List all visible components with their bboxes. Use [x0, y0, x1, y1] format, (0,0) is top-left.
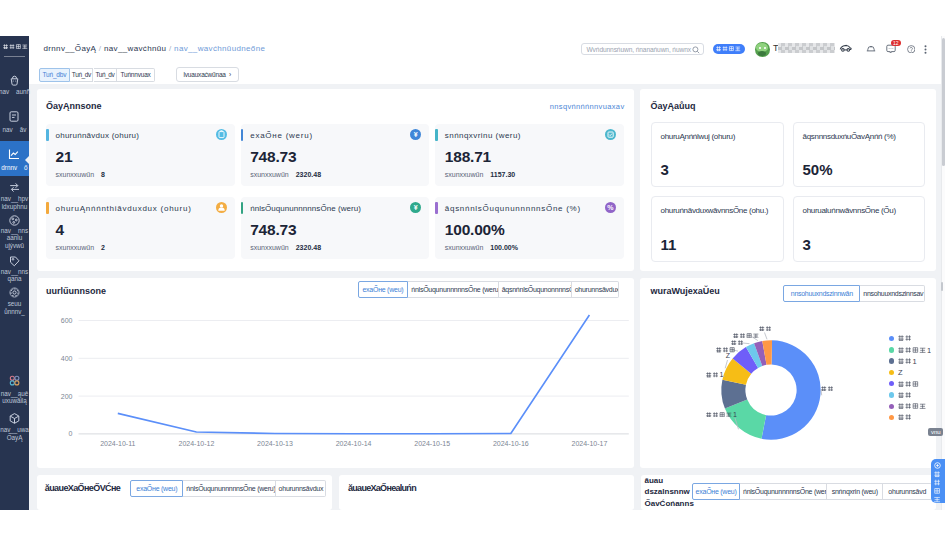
svg-text:400: 400	[60, 354, 72, 361]
svg-text:1: 1	[927, 347, 931, 353]
svg-text:2024-10-13: 2024-10-13	[257, 439, 293, 446]
svg-text:1: 1	[733, 412, 737, 418]
svg-text:2024-10-11: 2024-10-11	[100, 439, 135, 446]
svg-text:0: 0	[68, 430, 72, 437]
svg-text:2024-10-12: 2024-10-12	[178, 439, 214, 446]
svg-text:1: 1	[913, 358, 917, 364]
svg-text:2024-10-15: 2024-10-15	[414, 439, 450, 446]
svg-text:1: 1	[719, 372, 723, 378]
svg-text:2024-10-17: 2024-10-17	[571, 439, 607, 446]
svg-text:2024-10-16: 2024-10-16	[492, 439, 528, 446]
svg-text:200: 200	[60, 392, 72, 399]
svg-text:2024-10-14: 2024-10-14	[335, 439, 371, 446]
svg-text:600: 600	[60, 317, 72, 324]
